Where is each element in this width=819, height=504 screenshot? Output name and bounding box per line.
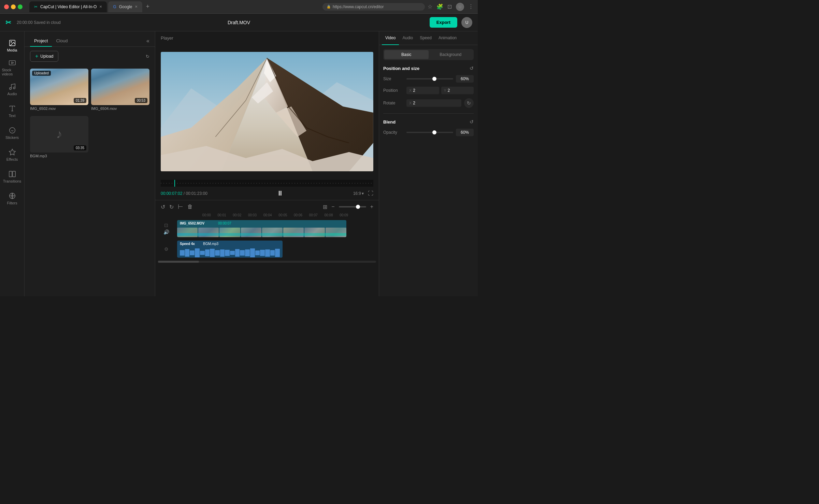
delete-button[interactable]: 🗑 [187,204,193,210]
tab-video[interactable]: Video [382,31,399,45]
rotate-dial-button[interactable]: ↻ [464,98,474,108]
toggle-basic[interactable]: Basic [384,50,429,59]
tab-cloud[interactable]: Cloud [52,35,72,47]
music-note-icon: ♪ [56,127,62,141]
sidebar-item-stickers[interactable]: Stickers [2,123,23,143]
audio-track-content[interactable]: Speed 4x BGM.mp3 [177,241,376,258]
media-thumb-2[interactable]: 00:53 [91,69,149,105]
sidebar-item-effects[interactable]: Effects [2,145,23,165]
media-item-3[interactable]: ♪ 03:35 BGM.mp3 [30,116,88,161]
position-size-reset[interactable]: ↺ [470,66,474,71]
playback-controls: ⏸ [277,189,284,197]
split-button[interactable]: ⊢ [178,203,183,211]
maximize-dot[interactable] [18,4,23,9]
timeline-scrollbar[interactable] [158,261,376,263]
panel-toolbar: + Upload ↻ [25,47,155,66]
audio-track[interactable]: Speed 4x BGM.mp3 [177,241,283,258]
upload-label: Upload [40,54,53,59]
duration-badge-3: 03:35 [74,145,86,150]
collapse-panel-button[interactable]: « [146,38,149,44]
tab-speed[interactable]: Speed [416,31,435,45]
svg-marker-3 [12,62,14,64]
divider-1 [383,113,474,114]
aspect-ratio-value: 16:9 [353,191,361,196]
sidebar-toggle-icon[interactable]: ⊡ [447,3,452,10]
sidebar-item-stock-videos[interactable]: Stock videos [2,57,23,78]
minimize-dot[interactable] [11,4,16,9]
scrollbar-thumb[interactable] [158,261,199,263]
extensions-icon[interactable]: 🧩 [436,3,443,10]
tab-project[interactable]: Project [30,35,52,47]
video-track-content[interactable]: IMG_6502.MOV 00:00:07 [177,220,376,237]
track-controls-audio: ⚙ [158,246,174,252]
address-bar[interactable]: 🔒 https://www.capcut.cn/editor [322,3,425,11]
position-label: Position [383,88,404,93]
rotate-x-input[interactable]: X 2 [406,99,461,107]
ruler-mark-7: 00:07 [306,213,321,217]
svg-marker-9 [9,149,15,155]
new-tab-button[interactable]: + [144,3,152,10]
document-title: Draft.MOV [228,20,250,25]
close-tab2-icon[interactable]: ✕ [135,5,138,9]
sidebar-item-filters[interactable]: Filters [2,188,23,209]
mute-icon[interactable]: 🔊 [163,229,169,235]
fullscreen-button[interactable]: ⛶ [368,190,373,197]
pause-button[interactable]: ⏸ [277,189,284,197]
transitions-icon [9,170,16,178]
media-grid: Uploaded 01:39 IMG_6502.mov 00:53 IMG_65… [25,66,155,163]
right-panel-tabs: Video Audio Speed Animation [379,31,478,45]
size-slider[interactable] [406,78,453,80]
uploaded-badge: Uploaded [32,71,51,76]
close-dot[interactable] [4,4,9,9]
scene-icon[interactable]: ⊡ [164,222,168,228]
close-tab1-icon[interactable]: ✕ [99,5,102,9]
menu-icon[interactable]: ⋮ [468,3,474,10]
timeline-ruler: 00:00 00:01 00:02 00:03 00:04 00:05 00:0… [155,213,379,218]
text-icon [9,105,16,112]
sidebar-item-media[interactable]: Media [2,35,23,56]
media-item-2[interactable]: 00:53 IMG_6504.mov [91,69,149,113]
redo-button[interactable]: ↻ [169,204,174,210]
opacity-slider[interactable] [406,132,453,133]
size-row: Size 60% [383,75,474,83]
ruler-mark-2: 00:02 [229,213,245,217]
refresh-button[interactable]: ↻ [146,54,149,59]
media-thumb-audio[interactable]: ♪ 03:35 [30,116,88,153]
tab-google[interactable]: G Google ✕ [108,1,142,12]
zoom-slider[interactable] [339,206,366,207]
time-current: 00:00:07:02 / 00:01:23:00 [161,191,207,196]
ruler-mark-6: 00:06 [290,213,306,217]
blend-reset[interactable]: ↺ [470,119,474,125]
settings-icon[interactable]: ⚙ [164,246,169,252]
app-logo: ✂ [5,18,11,27]
ruler-mark-0: 00:00 [199,213,214,217]
sidebar-item-transitions[interactable]: Transitions [2,167,23,187]
position-y-input[interactable]: Y 2 [441,87,474,94]
upload-button[interactable]: + Upload [30,51,58,62]
aspect-ratio-button[interactable]: 16:9 ▾ [353,191,364,196]
opacity-value[interactable]: 60% [456,129,474,136]
toggle-background[interactable]: Background [429,50,473,59]
size-value[interactable]: 60% [456,75,474,83]
sidebar-item-text[interactable]: Text [2,101,23,121]
undo-button[interactable]: ↺ [161,204,165,210]
rotate-label: Rotate [383,101,404,105]
media-item-1[interactable]: Uploaded 01:39 IMG_6502.mov [30,69,88,113]
tab-audio[interactable]: Audio [399,31,416,45]
stickers-label: Stickers [5,135,19,140]
video-track[interactable]: IMG_6502.MOV 00:00:07 [177,220,346,237]
media-thumb-1[interactable]: Uploaded 01:39 [30,69,88,105]
position-size-title: Position and size [383,66,419,71]
timeline-scrubber[interactable] [161,180,373,187]
user-avatar[interactable]: U [461,17,472,28]
export-button[interactable]: Export [430,17,457,28]
grid-view-button[interactable]: ⊞ [323,204,327,210]
zoom-out-button[interactable]: − [331,204,334,210]
star-icon[interactable]: ☆ [428,3,432,10]
tab-capcut[interactable]: ✂ CapCut | Video Editor | All-In-O ✕ [29,1,107,12]
profile-icon[interactable]: U [456,3,464,11]
zoom-in-button[interactable]: + [370,204,373,210]
position-x-input[interactable]: X 2 [406,87,439,94]
sidebar-item-audio[interactable]: Audio [2,79,23,100]
tab-animation[interactable]: Animation [435,31,460,45]
